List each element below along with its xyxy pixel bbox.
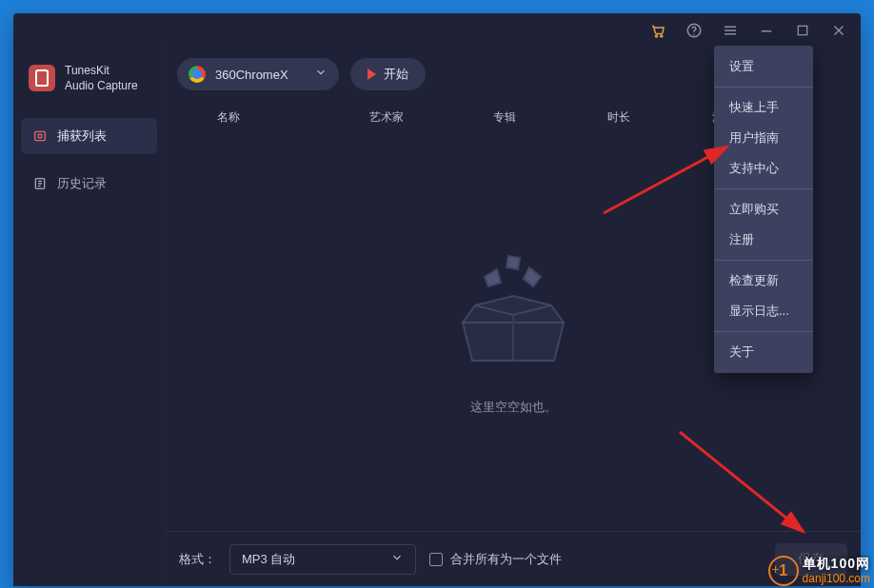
svg-marker-18 xyxy=(524,267,541,286)
play-icon xyxy=(367,69,376,80)
help-icon[interactable] xyxy=(678,16,710,45)
sidebar-item-label: 历史记录 xyxy=(57,175,107,192)
merge-checkbox[interactable]: 合并所有为一个文件 xyxy=(429,551,562,568)
merge-label: 合并所有为一个文件 xyxy=(450,551,562,568)
checkbox-icon xyxy=(429,553,443,566)
sidebar-item-label: 捕获列表 xyxy=(57,127,107,145)
svg-point-3 xyxy=(693,33,695,35)
empty-box-icon xyxy=(442,248,585,376)
menu-item[interactable]: 注册 xyxy=(714,225,813,255)
app-window: TunesKit Audio Capture 捕获列表 历 xyxy=(13,13,861,586)
menu-item[interactable]: 快速上手 xyxy=(714,92,813,123)
menu-item[interactable]: 显示日志... xyxy=(714,296,813,326)
menu-separator xyxy=(714,87,813,88)
menu-icon[interactable] xyxy=(714,16,746,45)
settings-menu: 设置快速上手用户指南支持中心立即购买注册检查更新显示日志...关于 xyxy=(714,46,813,373)
title-bar xyxy=(13,13,861,48)
start-button[interactable]: 开始 xyxy=(350,58,426,90)
history-icon xyxy=(32,176,48,191)
watermark-url: danji100.com xyxy=(803,571,870,586)
empty-text: 这里空空如也。 xyxy=(470,399,557,416)
source-dropdown[interactable]: 360ChromeX xyxy=(177,58,339,90)
menu-item[interactable]: 设置 xyxy=(714,51,813,82)
watermark-title: 单机100网 xyxy=(803,556,870,571)
start-label: 开始 xyxy=(384,66,408,83)
format-value: MP3 自动 xyxy=(242,551,383,568)
watermark: +1 单机100网 danji100.com xyxy=(768,556,870,586)
logo-icon xyxy=(29,65,55,91)
chevron-down-icon xyxy=(390,551,404,567)
col-duration: 时长 xyxy=(607,109,712,126)
app-title: TunesKit Audio Capture xyxy=(65,63,138,93)
menu-separator xyxy=(714,260,813,261)
app-logo: TunesKit Audio Capture xyxy=(21,57,157,107)
menu-separator xyxy=(714,188,813,189)
menu-item[interactable]: 支持中心 xyxy=(714,153,813,184)
svg-marker-17 xyxy=(485,269,501,286)
source-label: 360ChromeX xyxy=(215,68,305,82)
svg-point-0 xyxy=(655,35,657,37)
maximize-icon[interactable] xyxy=(786,16,819,45)
svg-rect-8 xyxy=(798,26,806,34)
menu-item[interactable]: 用户指南 xyxy=(714,123,813,153)
menu-item[interactable]: 检查更新 xyxy=(714,265,813,296)
col-album: 专辑 xyxy=(493,109,607,126)
menu-separator xyxy=(714,331,813,332)
close-icon[interactable] xyxy=(823,16,855,45)
format-dropdown[interactable]: MP3 自动 xyxy=(229,544,416,575)
svg-point-12 xyxy=(38,134,42,138)
capture-list-icon xyxy=(32,128,48,144)
watermark-badge: +1 xyxy=(768,556,799,586)
svg-rect-11 xyxy=(35,131,46,140)
menu-item[interactable]: 关于 xyxy=(714,337,813,367)
browser-icon xyxy=(189,66,206,83)
sidebar-item-capture-list[interactable]: 捕获列表 xyxy=(21,118,157,154)
col-name: 名称 xyxy=(179,109,369,126)
sidebar-item-history[interactable]: 历史记录 xyxy=(21,166,157,202)
sidebar: TunesKit Audio Capture 捕获列表 历 xyxy=(13,48,166,586)
menu-item[interactable]: 立即购买 xyxy=(714,194,813,225)
app-title-line2: Audio Capture xyxy=(65,78,138,93)
chevron-down-icon xyxy=(314,66,328,83)
col-artist: 艺术家 xyxy=(369,109,493,126)
cart-icon[interactable] xyxy=(642,16,674,45)
bottom-bar: 格式： MP3 自动 合并所有为一个文件 保存 xyxy=(166,531,861,586)
minimize-icon[interactable] xyxy=(750,16,783,45)
svg-marker-19 xyxy=(507,256,520,269)
format-label: 格式： xyxy=(179,551,216,568)
svg-point-1 xyxy=(661,35,663,37)
app-title-line1: TunesKit xyxy=(65,63,138,78)
